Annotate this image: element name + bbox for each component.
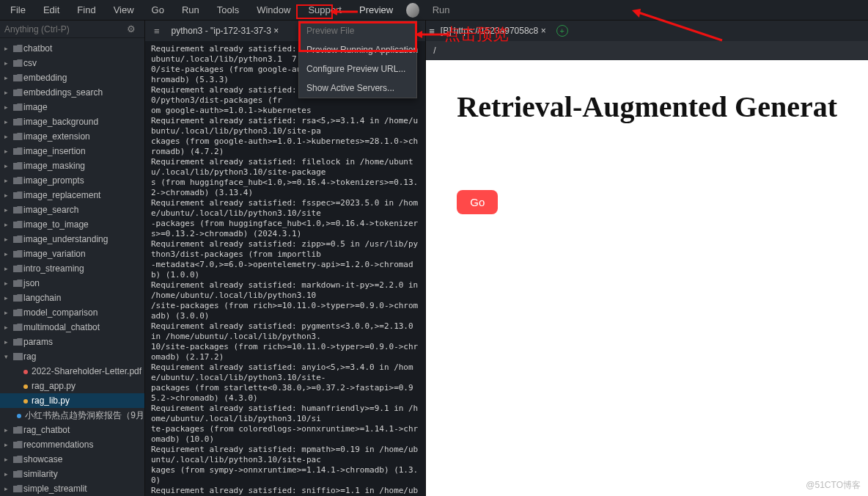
menu-edit[interactable]: Edit	[34, 1, 68, 18]
tree-item-label: csv	[23, 58, 37, 68]
page-title: Retrieval-Augmented Generat	[457, 90, 837, 124]
tree-item-rag-app-py[interactable]: rag_app.py	[0, 379, 144, 393]
dd-configure-url[interactable]: Configure Preview URL...	[299, 59, 416, 79]
tree-item-label: 2022-Shareholder-Letter.pdf	[32, 366, 141, 376]
preview-body: Retrieval-Augmented Generat Go	[426, 60, 868, 496]
dd-preview-running[interactable]: Preview Running Application	[299, 40, 416, 59]
tree-item-label: rag_chatbot	[23, 425, 70, 435]
tree-item-label: langchain	[23, 293, 61, 303]
sidebar: ⚙ ▸chatbot▸csv▸embedding▸embeddings_sear…	[0, 21, 145, 496]
tree-item-image-replacement[interactable]: ▸image_replacement	[0, 188, 144, 203]
tree-item-label: chatbot	[23, 43, 52, 54]
tree-item-label: 小红书热点趋势洞察报告（9月	[25, 409, 144, 422]
preview-tab-title: [B] https://1523a97058c8 ×	[441, 26, 546, 36]
tree-item-langchain[interactable]: ▸langchain	[0, 291, 144, 305]
menu-support[interactable]: Support	[299, 1, 350, 18]
tree-item-image-search[interactable]: ▸image_search	[0, 203, 144, 217]
file-tree[interactable]: ▸chatbot▸csv▸embedding▸embeddings_search…	[0, 38, 144, 496]
tree-item-image-understanding[interactable]: ▸image_understanding	[0, 232, 144, 247]
tree-item-rag-chatbot[interactable]: ▸rag_chatbot	[0, 423, 144, 437]
tree-item-similarity[interactable]: ▸similarity	[0, 467, 144, 481]
tree-item-label: image_insertion	[23, 146, 86, 156]
tree-item-params[interactable]: ▸params	[0, 335, 144, 349]
dd-preview-file[interactable]: Preview File	[299, 21, 416, 40]
plus-icon[interactable]: +	[556, 25, 568, 37]
terminal-tab-title: python3 - "ip-172-31-37-3 ×	[172, 26, 279, 36]
go-button[interactable]: Go	[457, 190, 498, 214]
tree-item-label: image_search	[23, 205, 78, 215]
tree-item-label: image_replacement	[23, 190, 100, 200]
hamburger-icon[interactable]: ≡	[148, 26, 166, 37]
gear-icon[interactable]: ⚙	[122, 23, 140, 34]
tree-item-image-extension[interactable]: ▸image_extension	[0, 129, 144, 144]
tree-item-image-prompts[interactable]: ▸image_prompts	[0, 173, 144, 188]
tree-item-label: image_prompts	[23, 175, 84, 186]
terminal-output[interactable]: Requirement already satisfied: ca ubuntu…	[145, 41, 425, 496]
menu-tools[interactable]: Tools	[208, 1, 248, 18]
tree-item-embeddings-search[interactable]: ▸embeddings_search	[0, 85, 144, 100]
tree-item-rag-lib-py[interactable]: rag_lib.py	[0, 393, 144, 408]
menu-view[interactable]: View	[105, 1, 143, 18]
tree-item-label: model_comparison	[23, 307, 98, 318]
preview-dropdown: Preview File Preview Running Application…	[298, 21, 417, 98]
tree-item-intro-streaming[interactable]: ▸intro_streaming	[0, 261, 144, 276]
tree-item-image-variation[interactable]: ▸image_variation	[0, 247, 144, 261]
menu-find[interactable]: Find	[68, 1, 104, 18]
tree-item-model-comparison[interactable]: ▸model_comparison	[0, 305, 144, 320]
menu-go[interactable]: Go	[143, 1, 173, 18]
menu-file[interactable]: File	[1, 1, 34, 18]
tree-item-label: multimodal_chatbot	[23, 322, 100, 332]
tree-item-image-insertion[interactable]: ▸image_insertion	[0, 144, 144, 158]
tree-item-label: rag	[23, 351, 36, 362]
tree-item-label: image_masking	[23, 161, 85, 171]
tree-item-2022-shareholder-letter-pdf[interactable]: 2022-Shareholder-Letter.pdf	[0, 364, 144, 379]
preview-tab[interactable]: [B] https://1523a97058c8 ×	[435, 21, 552, 41]
menu-run-top[interactable]: Run	[424, 1, 459, 18]
tree-item-multimodal-chatbot[interactable]: ▸multimodal_chatbot	[0, 320, 144, 335]
tree-item-label: recommendations	[23, 440, 93, 450]
tree-item-label: image_extension	[23, 131, 90, 142]
tree-item-label: embeddings_search	[23, 87, 103, 98]
tree-item-label: image_to_image	[23, 219, 89, 230]
menu-run[interactable]: Run	[173, 1, 208, 18]
tree-item-label: rag_app.py	[32, 381, 76, 391]
watermark: @51CTO博客	[806, 479, 861, 492]
tree-item-label: rag_lib.py	[32, 395, 70, 406]
tree-item--9-[interactable]: 小红书热点趋势洞察报告（9月	[0, 408, 144, 423]
tree-item-label: simple_streamlit	[23, 484, 87, 494]
tree-item-showcase[interactable]: ▸showcase	[0, 452, 144, 467]
tree-item-label: showcase	[23, 454, 62, 464]
search-row: ⚙	[0, 21, 144, 38]
menu-window[interactable]: Window	[248, 1, 299, 18]
tree-item-rag[interactable]: ▾rag	[0, 349, 144, 364]
preview-addressbar[interactable]: /	[426, 41, 868, 60]
tree-item-label: intro_streaming	[23, 263, 84, 274]
preview-pane: ≡ [B] https://1523a97058c8 × + / Retriev…	[426, 21, 868, 496]
tree-item-image-masking[interactable]: ▸image_masking	[0, 158, 144, 173]
tree-item-label: image_understanding	[23, 234, 108, 244]
tree-item-image-background[interactable]: ▸image_background	[0, 114, 144, 129]
tree-item-label: params	[23, 337, 53, 347]
preview-tabbar: ≡ [B] https://1523a97058c8 × +	[426, 21, 868, 41]
tree-item-embedding[interactable]: ▸embedding	[0, 70, 144, 85]
avatar-icon	[406, 3, 419, 18]
tree-item-recommendations[interactable]: ▸recommendations	[0, 437, 144, 452]
tree-item-chatbot[interactable]: ▸chatbot	[0, 41, 144, 56]
tree-item-simple-streamlit[interactable]: ▸simple_streamlit	[0, 481, 144, 496]
tree-item-label: similarity	[23, 469, 58, 479]
menubar: File Edit Find View Go Run Tools Window …	[0, 0, 868, 21]
tree-item-label: embedding	[23, 73, 67, 83]
tree-item-label: image	[23, 102, 48, 112]
tree-item-csv[interactable]: ▸csv	[0, 56, 144, 70]
terminal-tab[interactable]: python3 - "ip-172-31-37-3 ×	[166, 21, 285, 41]
tree-item-label: image_variation	[23, 249, 86, 259]
search-input[interactable]	[4, 24, 122, 34]
hamburger-icon[interactable]: ≡	[429, 26, 435, 37]
dd-show-servers[interactable]: Show Active Servers...	[299, 79, 416, 98]
tree-item-label: image_background	[23, 117, 98, 127]
tree-item-image[interactable]: ▸image	[0, 100, 144, 114]
tree-item-label: json	[23, 278, 40, 288]
tree-item-json[interactable]: ▸json	[0, 276, 144, 291]
menu-preview[interactable]: Preview	[350, 1, 402, 18]
tree-item-image-to-image[interactable]: ▸image_to_image	[0, 217, 144, 232]
